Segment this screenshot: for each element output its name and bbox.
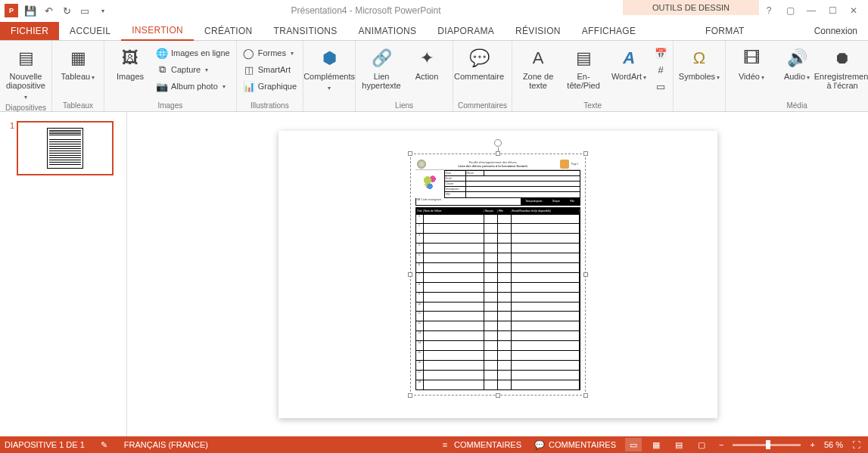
table-row: 15 <box>416 351 580 361</box>
embedded-document: Feuille d'enregistrement des élèves List… <box>415 159 580 390</box>
complements-button[interactable]: ⬢ Compléments <box>308 44 350 93</box>
group-label: Images <box>109 100 232 111</box>
images-button[interactable]: 🖼 Images <box>109 44 151 81</box>
zoom-thumb[interactable] <box>766 440 770 449</box>
wordart-icon: A <box>618 47 640 70</box>
audio-button[interactable]: 🔊 Audio <box>776 44 818 82</box>
lien-button[interactable]: 🔗 Lien hypertexte <box>360 44 403 90</box>
help-icon[interactable]: ? <box>759 3 779 18</box>
resize-handle-tl[interactable] <box>408 151 412 156</box>
view-reading-button[interactable]: ▤ <box>670 438 687 451</box>
comments-icon: 💬 <box>534 439 546 450</box>
symboles-button[interactable]: Ω Symboles <box>678 44 720 82</box>
minimize-icon[interactable]: — <box>801 3 821 18</box>
resize-handle-tr[interactable] <box>583 151 588 156</box>
qat-dropdown-icon[interactable]: ▾ <box>97 5 109 17</box>
online-images-button[interactable]: 🌐Images en ligne <box>154 45 232 61</box>
slide-thumbnail-1[interactable] <box>17 121 114 175</box>
capture-button[interactable]: ⧉Capture <box>154 62 232 77</box>
save-icon[interactable]: 💾 <box>24 5 36 17</box>
resize-handle-bl[interactable] <box>408 393 412 398</box>
object-button[interactable]: ▭ <box>653 79 668 94</box>
thumb-number: 1 <box>6 121 17 175</box>
notes-button[interactable]: ≡COMMENTAIRES <box>436 438 524 451</box>
rotate-handle[interactable] <box>494 139 502 147</box>
shapes-icon: ◯ <box>243 47 255 59</box>
group-label: Liens <box>360 100 448 111</box>
tab-accueil[interactable]: ACCUEIL <box>59 22 121 40</box>
smartart-button[interactable]: ◫SmartArt <box>241 62 298 77</box>
wordart-button[interactable]: A WordArt <box>608 44 650 82</box>
slide-number-button[interactable]: # <box>653 62 668 77</box>
ribbon-tabs: FICHIER ACCUEIL INSERTION CRÉATION TRANS… <box>0 21 868 41</box>
view-normal-button[interactable]: ▭ <box>625 438 642 451</box>
tab-file[interactable]: FICHIER <box>0 22 59 40</box>
tab-diaporama[interactable]: DIAPORAMA <box>427 22 505 40</box>
ribbon: ▤ Nouvelle diapositive Diapositives ▦ Ta… <box>0 41 868 112</box>
close-icon[interactable]: ✕ <box>844 3 863 18</box>
selected-object[interactable]: Feuille d'enregistrement des élèves List… <box>410 154 586 396</box>
signin-link[interactable]: Connexion <box>804 22 868 40</box>
entete-pied-button[interactable]: ▤ En-tête/Pied <box>562 44 605 90</box>
formes-button[interactable]: ◯Formes <box>241 45 298 61</box>
tab-insertion[interactable]: INSERTION <box>121 21 194 41</box>
tab-creation[interactable]: CRÉATION <box>194 22 263 40</box>
table-icon: ▦ <box>67 47 89 70</box>
language-indicator[interactable]: FRANÇAIS (FRANCE) <box>124 440 208 449</box>
record-button[interactable]: ⏺ Enregistrement à l'écran <box>821 44 863 90</box>
zoom-slider[interactable] <box>733 444 801 446</box>
slide-canvas-area[interactable]: Feuille d'enregistrement des élèves List… <box>127 112 868 436</box>
table-row: 10 <box>416 303 580 312</box>
maximize-icon[interactable]: ☐ <box>823 3 842 18</box>
table-button[interactable]: ▦ Tableau <box>57 44 99 82</box>
slidenum-icon: # <box>655 64 667 76</box>
slide[interactable]: Feuille d'enregistrement des élèves List… <box>278 131 717 418</box>
zoom-level[interactable]: 56 % <box>824 440 843 449</box>
table-row: 11 <box>416 312 580 321</box>
resize-handle-br[interactable] <box>583 393 588 398</box>
undo-icon[interactable]: ↶ <box>42 5 54 17</box>
group-diapositives: ▤ Nouvelle diapositive Diapositives <box>0 41 52 111</box>
group-images: 🖼 Images 🌐Images en ligne ⧉Capture 📷Albu… <box>104 41 237 111</box>
header-footer-icon: ▤ <box>572 47 595 70</box>
view-sorter-button[interactable]: ▦ <box>648 438 664 451</box>
tab-transitions[interactable]: TRANSITIONS <box>263 22 348 40</box>
resize-handle-tm[interactable] <box>496 151 500 156</box>
tab-animations[interactable]: ANIMATIONS <box>348 22 428 40</box>
tab-format[interactable]: FORMAT <box>657 22 793 40</box>
tab-affichage[interactable]: AFFICHAGE <box>571 22 646 40</box>
ribbon-options-icon[interactable]: ▢ <box>780 3 800 18</box>
addins-icon: ⬢ <box>318 47 341 70</box>
tab-revision[interactable]: RÉVISION <box>505 22 571 40</box>
app-icon: P <box>5 4 18 17</box>
comments-button[interactable]: 💬COMMENTAIRES <box>530 438 619 451</box>
table-row: 4 <box>416 244 580 253</box>
commentaire-button[interactable]: 💬 Commentaire <box>458 44 500 81</box>
record-icon: ⏺ <box>831 47 854 70</box>
resize-handle-bm[interactable] <box>496 393 500 398</box>
slide-position[interactable]: DIAPOSITIVE 1 DE 1 <box>5 440 85 449</box>
video-button[interactable]: 🎞 Vidéo <box>730 44 773 82</box>
resize-handle-mr[interactable] <box>583 272 588 277</box>
redo-icon[interactable]: ↻ <box>61 5 73 17</box>
action-button[interactable]: ✦ Action <box>406 44 448 81</box>
symbol-icon: Ω <box>688 47 711 70</box>
chart-icon: 📊 <box>243 80 255 92</box>
doc-table: Ord. Nom de l'élève Garçon Fille Email/G… <box>415 207 580 390</box>
group-label: Texte <box>517 100 668 111</box>
badge-icon <box>560 160 569 169</box>
doc-page-number: Page 1 <box>571 163 579 166</box>
album-button[interactable]: 📷Album photo <box>154 79 232 94</box>
fit-to-window-button[interactable]: ⛶ <box>849 439 863 451</box>
graphique-button[interactable]: 📊Graphique <box>241 79 298 94</box>
view-slideshow-button[interactable]: ▢ <box>693 438 710 451</box>
new-slide-button[interactable]: ▤ Nouvelle diapositive <box>5 44 47 102</box>
spell-check-button[interactable]: ✎ <box>95 438 114 451</box>
zoom-out-button[interactable]: − <box>716 439 726 451</box>
zoom-in-button[interactable]: + <box>807 439 817 451</box>
quick-access-toolbar: 💾 ↶ ↻ ▭ ▾ <box>21 5 109 17</box>
zone-texte-button[interactable]: A Zone de texte <box>517 44 559 90</box>
start-slideshow-icon[interactable]: ▭ <box>79 5 91 17</box>
date-time-button[interactable]: 📅 <box>653 45 668 61</box>
resize-handle-ml[interactable] <box>408 272 412 277</box>
